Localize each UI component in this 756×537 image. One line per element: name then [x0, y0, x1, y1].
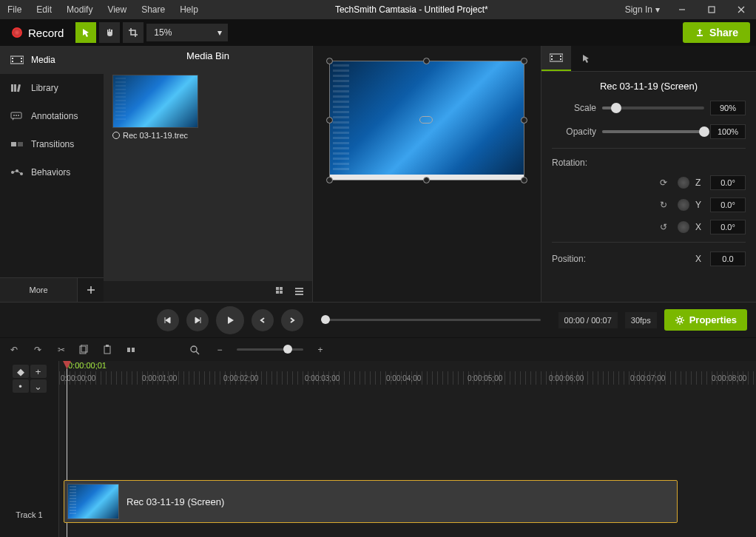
properties-tab-cursor[interactable]: [571, 46, 601, 71]
resize-handle-ml[interactable]: [326, 117, 333, 124]
record-button[interactable]: Record: [6, 24, 70, 42]
collapse-tracks-button[interactable]: ⌄: [30, 379, 47, 393]
svg-rect-22: [280, 287, 283, 290]
rotation-y-value[interactable]: 0.0°: [710, 197, 746, 212]
rotation-z-value[interactable]: 0.0°: [710, 175, 746, 190]
resize-handle-bl[interactable]: [326, 177, 333, 183]
close-button[interactable]: [726, 0, 756, 19]
playback-scrubber[interactable]: [321, 319, 541, 321]
upload-icon: [695, 27, 705, 38]
play-button[interactable]: [216, 306, 244, 334]
caret-down-icon: ▾: [655, 4, 660, 15]
axis-x-label: X: [695, 254, 704, 264]
next-clip-button[interactable]: [281, 309, 303, 331]
sign-in-button[interactable]: Sign In ▾: [618, 1, 667, 18]
sidebar-item-label: Annotations: [31, 111, 78, 121]
more-button[interactable]: More: [0, 278, 77, 302]
zoom-fit-button[interactable]: [189, 345, 203, 355]
prev-frame-button[interactable]: [157, 309, 179, 331]
minimize-button[interactable]: [667, 0, 697, 19]
zoom-in-button[interactable]: +: [314, 345, 327, 355]
select-tool[interactable]: [75, 22, 96, 43]
timeline-tracks-area[interactable]: 0:00:00;01 0:00:00;00 0:00:01;00 0:00:02…: [59, 361, 756, 537]
crop-tool[interactable]: [123, 22, 144, 43]
menu-help[interactable]: Help: [172, 1, 206, 18]
resize-handle-mr[interactable]: [521, 117, 527, 124]
svg-rect-17: [18, 142, 23, 146]
redo-button[interactable]: ↷: [31, 345, 44, 355]
zoom-out-button[interactable]: −: [213, 345, 226, 355]
rotation-y-row: ↻ Y 0.0°: [552, 197, 746, 212]
menu-modify[interactable]: Modify: [59, 1, 100, 18]
copy-button[interactable]: [78, 345, 92, 355]
add-track-button[interactable]: +: [30, 365, 47, 378]
properties-button[interactable]: Properties: [664, 309, 747, 331]
svg-rect-7: [21, 58, 22, 59]
gear-icon: [675, 315, 685, 325]
rotation-x-value[interactable]: 0.0°: [710, 220, 746, 234]
menu-share[interactable]: Share: [134, 1, 172, 18]
sidebar-item-label: Transitions: [31, 139, 74, 149]
split-button[interactable]: [126, 345, 139, 355]
track-indicator-button[interactable]: •: [13, 379, 29, 393]
list-view-button[interactable]: [291, 284, 308, 299]
opacity-slider[interactable]: [602, 130, 704, 133]
sidebar: Media Library Annotations Transitions Be…: [0, 46, 104, 302]
svg-rect-5: [12, 58, 13, 59]
paste-button[interactable]: [102, 345, 115, 355]
opacity-label: Opacity: [552, 126, 596, 137]
menu-view[interactable]: View: [100, 1, 134, 18]
ruler-mark: 0:00:02;00: [223, 374, 258, 382]
rotation-z-dial[interactable]: [678, 177, 689, 189]
scrubber-thumb[interactable]: [321, 315, 330, 324]
grid-view-button[interactable]: [272, 284, 288, 299]
resize-handle-br[interactable]: [521, 177, 527, 183]
add-button[interactable]: [77, 278, 104, 302]
resize-handle-tl[interactable]: [326, 58, 333, 64]
svg-rect-1: [709, 7, 715, 13]
sidebar-item-media[interactable]: Media: [0, 46, 104, 74]
opacity-value[interactable]: 100%: [710, 124, 746, 139]
canvas-area[interactable]: [312, 46, 541, 302]
media-bin-content[interactable]: Rec 03-11-19.trec: [104, 66, 312, 281]
ruler-labels: 0:00:00;00 0:00:01;00 0:00:02;00 0:00:03…: [59, 374, 756, 385]
menu-edit[interactable]: Edit: [29, 1, 59, 18]
scale-value[interactable]: 90%: [710, 101, 746, 115]
next-frame-button[interactable]: [186, 309, 209, 331]
resize-handle-tr[interactable]: [521, 58, 527, 64]
ruler-mark: 0:00:08;00: [712, 374, 746, 382]
share-button[interactable]: Share: [683, 22, 750, 43]
sidebar-item-transitions[interactable]: Transitions: [0, 130, 104, 158]
cut-button[interactable]: ✂: [55, 345, 68, 355]
resize-handle-tm[interactable]: [423, 58, 430, 64]
position-x-value[interactable]: 0.0: [710, 251, 746, 266]
properties-tab-visual[interactable]: [541, 46, 571, 71]
sidebar-bottom: More: [0, 277, 104, 302]
rotation-x-dial[interactable]: [678, 221, 689, 233]
sidebar-item-behaviors[interactable]: Behaviors: [0, 158, 104, 186]
resize-handle-bm[interactable]: [423, 177, 430, 183]
pan-tool[interactable]: [99, 22, 120, 43]
canvas-selection[interactable]: [329, 61, 524, 180]
undo-button[interactable]: ↶: [7, 345, 21, 355]
zoom-select[interactable]: 15% ▾: [146, 24, 228, 41]
track-name[interactable]: Track 1: [0, 493, 58, 537]
timeline-clip[interactable]: Rec 03-11-19 (Screen): [64, 480, 678, 523]
media-item[interactable]: Rec 03-11-19.trec: [112, 75, 198, 143]
prev-clip-button[interactable]: [252, 309, 274, 331]
sign-in-label: Sign In: [625, 4, 652, 15]
zoom-slider-thumb[interactable]: [283, 345, 292, 354]
sidebar-item-annotations[interactable]: Annotations: [0, 102, 104, 130]
track-marker-button[interactable]: ◆: [13, 365, 29, 378]
rotation-y-dial[interactable]: [678, 199, 689, 211]
scale-slider[interactable]: [602, 107, 704, 109]
menu-file[interactable]: File: [0, 1, 29, 18]
maximize-button[interactable]: [697, 0, 726, 19]
svg-rect-28: [550, 54, 563, 61]
ruler-mark: 0:00:05;00: [468, 374, 502, 382]
rotate-handle[interactable]: [419, 116, 433, 124]
sidebar-item-library[interactable]: Library: [0, 74, 104, 102]
timeline-zoom-slider[interactable]: [237, 348, 303, 351]
timeline-left: ◆ + • ⌄ Track 1: [0, 361, 59, 537]
main-menu: File Edit Modify View Share Help: [0, 1, 206, 18]
